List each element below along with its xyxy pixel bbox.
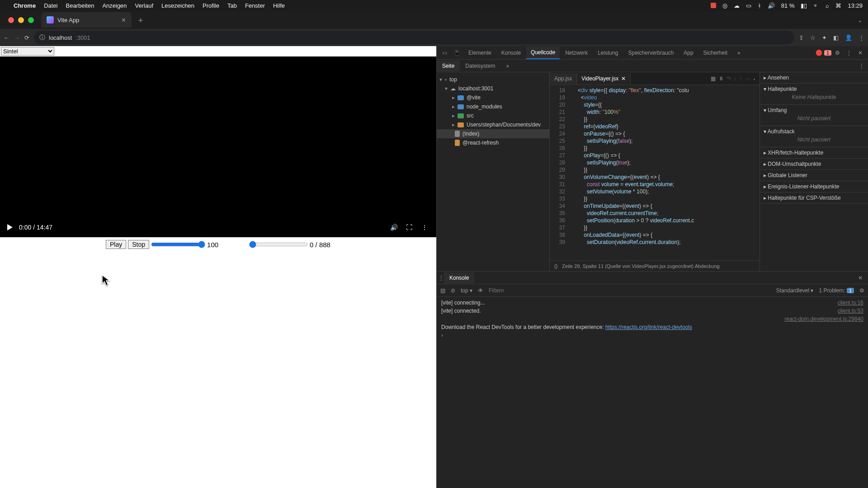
menu-datei[interactable]: Datei xyxy=(44,2,57,9)
menubar-app[interactable]: Chrome xyxy=(14,2,36,9)
debug-listener[interactable]: ▸ Globale Listener xyxy=(760,170,868,181)
focus-icon[interactable]: ◎ xyxy=(722,2,727,9)
recording-icon[interactable] xyxy=(711,3,716,8)
menu-icon[interactable]: ⋮ xyxy=(859,34,864,41)
display-icon[interactable]: ▭ xyxy=(746,2,751,9)
console-level[interactable]: Standardlevel ▾ xyxy=(776,287,814,294)
step-into-icon[interactable]: ↓ xyxy=(734,75,736,82)
console-eye-icon[interactable]: 👁 xyxy=(478,287,483,294)
editor-tab-app[interactable]: App.jsx xyxy=(550,73,577,84)
browser-tab[interactable]: Vite App ✕ xyxy=(41,12,132,28)
tab-speicher[interactable]: Speicherverbrauch xyxy=(624,47,679,59)
error-badge[interactable]: 🛑1 xyxy=(816,50,831,56)
tab-more[interactable]: » xyxy=(733,47,745,59)
menu-bearbeiten[interactable]: Bearbeiten xyxy=(66,2,94,9)
menu-hilfe[interactable]: Hilfe xyxy=(273,2,285,9)
wifi-icon[interactable]: ᯤ xyxy=(813,2,819,9)
drawer-close-icon[interactable]: ✕ xyxy=(854,275,866,281)
back-button[interactable]: ← xyxy=(4,34,9,41)
video-menu-icon[interactable]: ⋮ xyxy=(420,223,429,232)
console-output[interactable]: [vite] connecting...client.ts:16 [vite] … xyxy=(437,297,868,488)
console-context[interactable]: top ▾ xyxy=(461,287,472,294)
volume-icon[interactable]: 🔊 xyxy=(768,2,775,9)
video-fullscreen-icon[interactable]: ⛶ xyxy=(405,223,414,232)
console-clear-icon[interactable]: ⊘ xyxy=(451,287,455,294)
inspect-icon[interactable]: ▭ xyxy=(439,48,450,58)
device-icon[interactable]: 📱 xyxy=(451,48,463,58)
step-over-icon[interactable]: ↷ xyxy=(726,75,731,82)
tab-overflow-icon[interactable]: ⌄ xyxy=(852,17,868,23)
pretty-print-icon[interactable]: ▦ xyxy=(711,75,716,82)
new-tab-button[interactable]: ＋ xyxy=(134,14,147,26)
volume-slider[interactable] xyxy=(151,241,205,248)
reload-button[interactable]: ⟳ xyxy=(24,34,29,41)
video-play-icon[interactable] xyxy=(7,224,13,230)
tab-sicherheit[interactable]: Sicherheit xyxy=(699,47,732,59)
sidepanel-icon[interactable]: ◧ xyxy=(833,34,839,41)
position-slider[interactable] xyxy=(249,241,308,248)
subtab-dateisystem[interactable]: Dateisystem xyxy=(460,61,500,71)
battery-icon[interactable]: ▮▯ xyxy=(801,2,807,9)
menu-profile[interactable]: Profile xyxy=(203,2,219,9)
devtools-close-icon[interactable]: ✕ xyxy=(855,48,865,58)
window-close-icon[interactable] xyxy=(8,17,14,23)
file-tree[interactable]: ▾ ▫ top ▾ ☁ localhost:3001 ▸@vite ▸node_… xyxy=(437,72,550,271)
step-out-icon[interactable]: ↑ xyxy=(739,75,742,82)
window-zoom-icon[interactable] xyxy=(28,17,34,23)
subtab-seite[interactable]: Seite xyxy=(437,61,460,71)
tab-netzwerk[interactable]: Netzwerk xyxy=(561,47,592,59)
debug-dom[interactable]: ▸ DOM-Umschaltpunkte xyxy=(760,159,868,170)
drawer-tab-konsole[interactable]: Konsole xyxy=(444,272,474,283)
address-bar[interactable]: ⓘ localhost:3001 xyxy=(34,31,794,44)
debug-event[interactable]: ▸ Ereignis-Listener-Haltepunkte xyxy=(760,181,868,192)
console-settings-icon[interactable]: ⚙ xyxy=(859,287,864,294)
video-mute-icon[interactable]: 🔊 xyxy=(389,223,398,232)
react-devtools-link[interactable]: https://reactjs.org/link/react-devtools xyxy=(605,324,692,330)
menu-lesezeichen[interactable]: Lesezeichen xyxy=(161,2,194,9)
deactivate-bp-icon[interactable]: ⬩ xyxy=(753,75,756,82)
stop-button[interactable]: Stop xyxy=(128,240,149,249)
window-minimize-icon[interactable] xyxy=(18,17,24,23)
menu-verlauf[interactable]: Verlauf xyxy=(135,2,153,9)
control-center-icon[interactable]: ⌘ xyxy=(835,2,841,9)
console-problems[interactable]: 1 Problem: 1 xyxy=(819,287,854,294)
debug-umfang[interactable]: ▾ UmfangNicht pausiert xyxy=(760,105,868,126)
bluetooth-icon[interactable]: ᚼ xyxy=(758,2,761,9)
menu-fenster[interactable]: Fenster xyxy=(245,2,265,9)
extensions-icon[interactable]: ✦ xyxy=(822,34,827,41)
pause-icon[interactable]: ⏸ xyxy=(718,75,724,82)
movie-select[interactable]: Sintel xyxy=(1,47,54,56)
editor-tab-videoplayer[interactable]: VideoPlayer.jsx ✕ xyxy=(577,73,631,84)
tab-leistung[interactable]: Leistung xyxy=(593,47,623,59)
drawer-handle-icon[interactable]: ⋮ xyxy=(439,275,444,281)
menu-anzeigen[interactable]: Anzeigen xyxy=(102,2,127,9)
editor-tab-close-icon[interactable]: ✕ xyxy=(621,75,626,82)
debug-haltepunkte[interactable]: ▾ HaltepunkteKeine Haltepunkte xyxy=(760,84,868,105)
debug-aufrufstack[interactable]: ▾ AufrufstackNicht pausiert xyxy=(760,126,868,147)
console-filter-input[interactable] xyxy=(489,287,771,294)
menu-tab[interactable]: Tab xyxy=(227,2,237,9)
profile-icon[interactable]: 👤 xyxy=(845,34,852,41)
video-element[interactable]: 0:00 / 14:47 🔊 ⛶ ⋮ xyxy=(0,56,436,237)
tab-konsole[interactable]: Konsole xyxy=(497,47,525,59)
share-icon[interactable]: ⇪ xyxy=(799,34,804,41)
bookmark-icon[interactable]: ☆ xyxy=(810,34,816,41)
search-icon[interactable]: ⌕ xyxy=(826,2,829,9)
subtab-more[interactable]: » xyxy=(500,61,514,71)
play-button[interactable]: Play xyxy=(106,240,126,249)
settings-icon[interactable]: ⚙ xyxy=(832,48,843,58)
debug-csp[interactable]: ▸ Haltepunkte für CSP-Verstöße xyxy=(760,192,868,204)
debug-ansehen[interactable]: ▸ Ansehen xyxy=(760,72,868,84)
tab-elemente[interactable]: Elemente xyxy=(464,47,496,59)
tab-app[interactable]: App xyxy=(679,47,698,59)
clock[interactable]: 13:29 xyxy=(848,2,863,9)
cloud-icon[interactable]: ☁ xyxy=(734,2,740,9)
debug-xhr[interactable]: ▸ XHR/fetch-Haltepunkte xyxy=(760,147,868,159)
code-area[interactable]: 18 19 20 21 22 23 24 25 26 27 28 29 30 3… xyxy=(550,85,760,260)
step-icon[interactable]: → xyxy=(745,75,750,82)
site-info-icon[interactable]: ⓘ xyxy=(39,33,45,42)
console-sidebar-icon[interactable]: ▤ xyxy=(440,287,445,294)
tab-close-icon[interactable]: ✕ xyxy=(121,17,126,23)
tab-quellcode[interactable]: Quellcode xyxy=(526,47,560,59)
subtab-menu-icon[interactable]: ⋮ xyxy=(859,63,864,69)
